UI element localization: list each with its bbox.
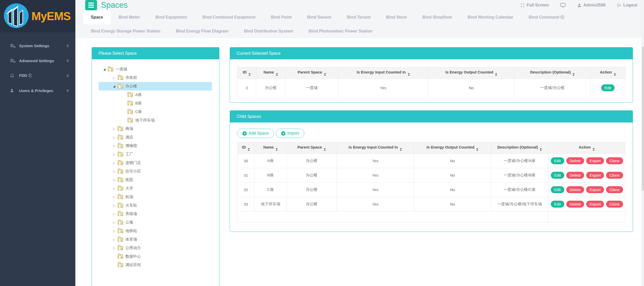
delete-button[interactable]: Delete [566, 157, 584, 164]
tab-bind-sensor[interactable]: Bind Sensor [299, 10, 339, 24]
tree-item[interactable]: ▷地铁站 [99, 227, 212, 235]
tab-bind-meter[interactable]: Bind Meter [111, 10, 148, 24]
column-header-action[interactable]: Action [548, 142, 625, 154]
column-header-is-energy-output-counted[interactable]: Is Energy Output Counted [428, 67, 514, 79]
column-header-id[interactable]: ID [237, 67, 256, 79]
tree-item[interactable]: ▷连锁门店 [99, 159, 212, 167]
column-header-parent-space[interactable]: Parent Space [285, 67, 338, 79]
tree-item[interactable]: ▷公用动力 [99, 244, 212, 252]
expand-arrow-icon[interactable]: ▷ [112, 76, 116, 80]
user-menu[interactable]: Admin2506 [577, 3, 605, 7]
tab-bind-shopfloor[interactable]: Bind Shopfloor [415, 10, 460, 24]
clone-button[interactable]: Clone [606, 201, 623, 208]
tree-item[interactable]: ▷酒店 [99, 133, 212, 142]
tab-bind-distribution-system[interactable]: Bind Distribution System [236, 24, 301, 38]
expand-arrow-icon[interactable]: ▷ [112, 221, 116, 224]
tree-item[interactable]: ▷养殖场 [99, 210, 212, 218]
clone-button[interactable]: Clone [606, 157, 623, 164]
tree-item[interactable]: ▷火车站 [99, 201, 212, 210]
tree-item[interactable]: ▷体育场 [99, 235, 212, 244]
tree-item[interactable]: ◢一度城 [99, 65, 212, 73]
tree-item[interactable]: ▷商场 [99, 125, 212, 133]
tree-item[interactable]: 数据中心 [99, 252, 212, 261]
export-button[interactable]: Export [586, 186, 604, 193]
delete-button[interactable]: Delete [566, 186, 584, 193]
add-space-button[interactable]: + Add Space [237, 129, 274, 138]
column-header-description-optional[interactable]: Description (Optional) [514, 67, 591, 79]
export-button[interactable]: Export [586, 201, 604, 208]
tab-bind-tenant[interactable]: Bind Tenant [339, 10, 378, 24]
collapse-arrow-icon[interactable]: ◢ [112, 85, 116, 88]
tab-bind-command[interactable]: Bind Command Ⓔ [521, 10, 572, 24]
collapse-arrow-icon[interactable]: ◢ [102, 68, 107, 71]
tree-item[interactable]: A座 [99, 91, 212, 99]
tab-bind-energy-storage-power-station[interactable]: Bind Energy Storage Power Station [83, 24, 168, 38]
tab-bind-combined-equipment[interactable]: Bind Combined Equipment [195, 10, 263, 24]
export-button[interactable]: Export [586, 157, 604, 164]
tree-item[interactable]: C座 [99, 108, 212, 116]
tree-item[interactable]: ◢办公楼 [99, 82, 212, 91]
sidebar-item-system-settings[interactable]: ⚙⚙System Settings [0, 38, 75, 53]
tab-bind-store[interactable]: Bind Store [378, 10, 415, 24]
expand-arrow-icon[interactable]: ▷ [112, 178, 116, 182]
tree-item[interactable]: B座 [99, 99, 212, 108]
sidebar-item-fdd[interactable]: FDD Ⓔ [0, 68, 75, 83]
column-header-description-optional[interactable]: Description (Optional) [491, 142, 548, 154]
expand-arrow-icon[interactable]: ▷ [112, 195, 116, 199]
column-header-is-energy-input-counted-in[interactable]: Is Energy Input Counted In [338, 67, 428, 79]
expand-arrow-icon[interactable]: ▷ [112, 136, 116, 139]
tab-space[interactable]: Space [83, 10, 111, 24]
tree-item[interactable]: ▷机场 [99, 193, 212, 201]
tab-bind-energy-flow-diagram[interactable]: Bind Energy Flow Diagram [168, 24, 236, 38]
tree-item[interactable]: ▷博物馆 [99, 142, 212, 150]
tree-item[interactable]: ▷市政府 [99, 73, 212, 82]
column-header-parent-space[interactable]: Parent Space [287, 142, 337, 154]
column-header-is-energy-input-counted-in[interactable]: Is Energy Input Counted In [337, 142, 414, 154]
expand-arrow-icon[interactable]: ▷ [112, 187, 116, 190]
expand-arrow-icon[interactable]: ▷ [112, 127, 116, 131]
monitor-button[interactable] [560, 3, 566, 8]
column-header-name[interactable]: Name [255, 142, 287, 154]
delete-button[interactable]: Delete [566, 172, 584, 179]
tab-bind-working-calendar[interactable]: Bind Working Calendar [460, 10, 521, 24]
fullscreen-button[interactable]: Full Screen [520, 3, 549, 7]
expand-arrow-icon[interactable]: ▷ [112, 161, 116, 165]
tree-item[interactable]: ▷大学 [99, 184, 212, 193]
edit-button[interactable]: Edit [551, 172, 564, 179]
tree-item[interactable]: 地下停车场 [99, 116, 212, 125]
expand-arrow-icon[interactable]: ▷ [112, 144, 116, 148]
expand-arrow-icon[interactable]: ▷ [112, 153, 116, 156]
logout-button[interactable]: Logout [617, 3, 637, 7]
expand-arrow-icon[interactable]: ▷ [112, 246, 116, 250]
expand-arrow-icon[interactable]: ▷ [112, 212, 116, 216]
expand-arrow-icon[interactable]: ▷ [112, 204, 116, 207]
expand-arrow-icon[interactable]: ▷ [112, 238, 116, 241]
column-header-action[interactable]: Action [590, 67, 625, 79]
edit-button[interactable]: Edit [601, 84, 615, 91]
column-header-is-energy-output-counted[interactable]: Is Energy Output Counted [414, 142, 491, 154]
page-scrollbar[interactable] [641, 0, 644, 286]
tree-item[interactable]: 调试空间 [99, 261, 212, 269]
tab-bind-equipment[interactable]: Bind Equipment [148, 10, 195, 24]
column-header-id[interactable]: ID [237, 142, 255, 154]
clone-button[interactable]: Clone [606, 172, 623, 179]
tab-bind-point[interactable]: Bind Point [263, 10, 299, 24]
sidebar-item-advanced-settings[interactable]: ⚙⚙Advanced Settings [0, 53, 75, 68]
clone-button[interactable]: Clone [606, 186, 623, 193]
tree-item[interactable]: ▷工厂 [99, 150, 212, 159]
sidebar-item-users-privileges[interactable]: Users & Privileges [0, 83, 75, 98]
edit-button[interactable]: Edit [551, 201, 564, 208]
import-button[interactable]: + Import [276, 129, 304, 138]
tree-item[interactable]: ▷住宅小区 [99, 167, 212, 176]
edit-button[interactable]: Edit [551, 186, 564, 193]
tree-item[interactable]: ▷公寓 [99, 218, 212, 227]
tab-bind-photovoltaic-power-station[interactable]: Bind Photovoltaic Power Station [301, 24, 380, 38]
expand-arrow-icon[interactable]: ▷ [112, 170, 116, 173]
column-header-name[interactable]: Name [256, 67, 285, 79]
tree-item[interactable]: ▷医院 [99, 176, 212, 184]
export-button[interactable]: Export [586, 172, 604, 179]
delete-button[interactable]: Delete [566, 201, 584, 208]
menu-toggle-button[interactable] [85, 0, 97, 10]
expand-arrow-icon[interactable]: ▷ [112, 229, 116, 233]
edit-button[interactable]: Edit [551, 157, 564, 164]
